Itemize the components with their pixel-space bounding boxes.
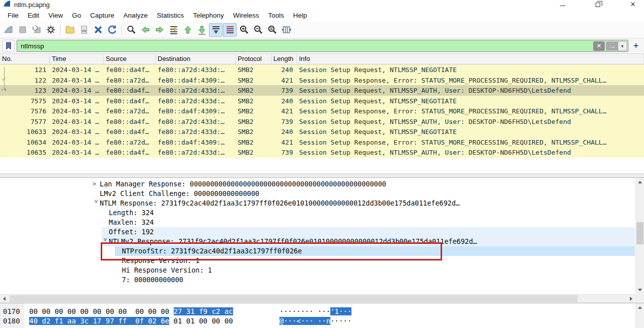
menu-view[interactable]: View [44, 10, 67, 21]
detail-length[interactable]: Length: 324 [0, 208, 644, 218]
table-row[interactable]: 75752024-03-14 …fe80::da4f…fe80::a72d:43… [0, 96, 644, 106]
cell-source: fe80::a72d… [104, 107, 156, 115]
filter-add-button[interactable]: + [630, 40, 641, 52]
scroll-down-button[interactable] [636, 286, 644, 294]
column-header-destination[interactable]: Destination [156, 54, 236, 64]
hex-row[interactable]: 017000 00 00 00 00 00 00 00 00 00 00 27 … [0, 307, 644, 316]
expander-down-icon[interactable] [102, 238, 109, 245]
stop-capture-button[interactable] [16, 23, 29, 37]
cell-time: 2024-03-14 … [50, 97, 104, 105]
apply-arrow-icon: → [609, 42, 616, 50]
table-row[interactable]: 75772024-03-14 …fe80::da4f…fe80::a72d:43… [0, 116, 644, 127]
detail-ntlmv2-response[interactable]: NTLMv2 Response: 2731f9c2ac40d2f1aa3c179… [0, 237, 644, 246]
table-row[interactable]: 1212024-03-14 …fe80::da4f…fe80::a72d:433… [0, 64, 644, 75]
detail-ntlm-response[interactable]: NTLM Response: 2731f9c2ac40d2f1aa3c1797f… [0, 199, 644, 208]
detail-response-version[interactable]: Response Version: 1 [0, 256, 644, 266]
menu-file[interactable]: File [3, 10, 23, 21]
details-horizontal-scrollbar[interactable] [0, 294, 644, 303]
previous-packet-button[interactable] [138, 23, 152, 37]
hex-vertical-scrollbar[interactable] [635, 303, 644, 328]
detail-text: LMv2 Client Challenge: 0000000000000000 [100, 189, 259, 198]
table-row[interactable]: 106352024-03-14 …fe80::da4f…fe80::a72d:4… [0, 147, 644, 158]
expander-right-icon[interactable] [93, 180, 100, 187]
last-packet-button[interactable] [195, 23, 208, 37]
detail-lan-manager-response[interactable]: Lan Manager Response: 000000000000000000… [0, 179, 644, 189]
pane-splitter[interactable] [0, 173, 644, 178]
zoom-100-button[interactable] [265, 23, 279, 37]
filter-dropdown-button[interactable]: ▾ [618, 42, 626, 50]
menu-wireless[interactable]: Wireless [229, 10, 264, 21]
column-header-time[interactable]: Time [50, 54, 104, 64]
scroll-right-button[interactable] [627, 294, 635, 303]
details-vertical-scrollbar[interactable] [635, 178, 644, 294]
filter-clear-button[interactable]: ✕ [593, 41, 605, 51]
filter-bookmark-button[interactable] [3, 40, 15, 52]
detail-maxlen[interactable]: Maxlen: 324 [0, 218, 644, 227]
detail-z-field[interactable]: 7: 000000000000 [0, 275, 644, 285]
first-packet-button[interactable] [181, 23, 194, 37]
auto-scroll-toggle-button[interactable] [209, 23, 223, 37]
resize-columns-button[interactable] [279, 23, 293, 37]
filter-apply-button[interactable]: → [606, 42, 618, 50]
column-header-info[interactable]: Info [297, 54, 644, 64]
zoom-in-icon [239, 25, 249, 35]
menubar: File Edit View Go Capture Analyze Statis… [0, 9, 644, 22]
detail-offset[interactable]: Offset: 192 [0, 227, 644, 237]
table-row[interactable]: 1222024-03-14 …fe80::a72d…fe80::da4f:430… [0, 75, 644, 86]
column-header-source[interactable]: Source [104, 54, 156, 64]
menu-tools[interactable]: Tools [263, 10, 289, 21]
detail-lmv2-client-challenge[interactable]: LMv2 Client Challenge: 0000000000000000 [0, 189, 644, 199]
hex-row[interactable]: 018040 d2 f1 aa 3c 17 97 ff 0f 02 6e 01 … [0, 316, 644, 326]
zoom-in-button[interactable] [237, 23, 251, 37]
scroll-up-button[interactable] [636, 303, 644, 312]
packet-list-pane: No. Time Source Destination Protocol Len… [0, 54, 644, 158]
maximize-button[interactable] [592, 0, 603, 9]
cell-no: 10634 [0, 138, 50, 146]
colorize-toggle-button[interactable] [223, 23, 237, 37]
next-packet-button[interactable] [153, 23, 166, 37]
column-header-no[interactable]: No. [0, 54, 50, 64]
column-header-length[interactable]: Length [271, 54, 297, 64]
table-row-selected[interactable]: 1232024-03-14 …fe80::da4f…fe80::a72d:433… [0, 85, 644, 96]
restart-capture-button[interactable] [30, 23, 43, 37]
menu-go[interactable]: Go [67, 10, 86, 21]
table-row[interactable]: 106332024-03-14 …fe80::da4f…fe80::a72d:4… [0, 126, 644, 137]
menu-telephony[interactable]: Telephony [188, 10, 229, 21]
display-filter-input[interactable] [21, 42, 593, 50]
scrollbar-track[interactable] [9, 295, 627, 303]
save-file-button[interactable]: 010 [77, 23, 91, 37]
toolbar-separator [60, 25, 60, 35]
triangle-left-icon [3, 297, 6, 301]
detail-hi-response-version[interactable]: Hi Response Version: 1 [0, 266, 644, 275]
cell-info: Session Setup Request, NTLMSSP_AUTH, Use… [297, 117, 644, 125]
go-to-packet-button[interactable] [167, 23, 180, 37]
scrollbar-thumb[interactable] [636, 222, 643, 244]
cell-destination: fe80::a72d:433d:… [156, 86, 236, 94]
menu-edit[interactable]: Edit [23, 10, 44, 21]
table-row[interactable]: 106342024-03-14 …fe80::a72d…fe80::da4f:4… [0, 137, 644, 148]
reload-file-button[interactable] [105, 23, 119, 37]
close-button[interactable]: ✕ [627, 0, 638, 9]
find-packet-button[interactable] [124, 23, 138, 37]
start-capture-button[interactable] [2, 23, 15, 37]
cell-length: 739 [271, 117, 297, 125]
detail-ntproofstr-selected[interactable]: NTProofStr: 2731f9c2ac40d2f1aa3c1797ff0f… [0, 246, 644, 256]
capture-options-button[interactable] [44, 23, 57, 37]
open-file-button[interactable] [63, 23, 77, 37]
menu-analyze[interactable]: Analyze [119, 10, 152, 21]
expander-down-icon[interactable] [93, 200, 100, 207]
scrollbar-thumb[interactable] [10, 295, 578, 302]
minimize-button[interactable] [557, 0, 568, 9]
zoom-out-button[interactable] [251, 23, 265, 37]
scrollbar-corner [635, 294, 644, 303]
column-header-protocol[interactable]: Protocol [236, 54, 271, 64]
cell-length: 240 [271, 127, 297, 136]
menu-help[interactable]: Help [289, 10, 312, 21]
menu-capture[interactable]: Capture [86, 10, 119, 21]
close-file-button[interactable] [91, 23, 105, 37]
detail-text: NTProofStr: 2731f9c2ac40d2f1aa3c1797ff0f… [122, 247, 302, 255]
table-row[interactable]: 75762024-03-14 …fe80::a72d…fe80::da4f:43… [0, 106, 644, 116]
menu-statistics[interactable]: Statistics [152, 10, 188, 21]
scroll-left-button[interactable] [0, 294, 9, 303]
scroll-up-button[interactable] [636, 178, 644, 186]
